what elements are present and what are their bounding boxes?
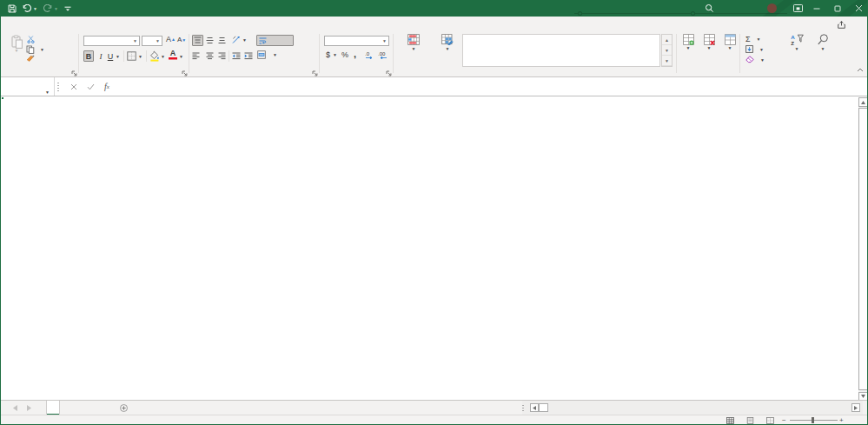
formula-bar-splitter[interactable]	[57, 82, 59, 92]
selection-fill-handle[interactable]	[1, 96, 4, 100]
increase-font-size-button[interactable]: A▲	[166, 35, 176, 43]
cancel-icon[interactable]	[67, 77, 81, 96]
conditional-formatting-button[interactable]: ▼	[395, 34, 432, 52]
font-dialog-launcher-icon[interactable]	[182, 70, 188, 76]
gallery-scroll-up-icon[interactable]: ▲	[662, 35, 672, 45]
top-align-button[interactable]	[192, 35, 203, 46]
horizontal-scrollbar[interactable]	[522, 401, 863, 415]
borders-button[interactable]	[127, 51, 136, 61]
align-center-button[interactable]	[206, 52, 214, 60]
new-sheet-icon[interactable]	[120, 404, 128, 412]
horizontal-scrollbar-splitter[interactable]	[522, 404, 524, 412]
autosum-button[interactable]: Σ ▼	[745, 35, 761, 43]
middle-align-button[interactable]	[206, 37, 214, 44]
orientation-button[interactable]	[232, 35, 242, 44]
fill-color-dropdown-icon[interactable]: ▼	[161, 54, 165, 59]
cut-button[interactable]	[27, 36, 37, 43]
previous-sheet-icon[interactable]	[8, 401, 22, 415]
zoom-in-icon[interactable]: +	[839, 415, 844, 425]
wrap-text-button[interactable]	[256, 35, 294, 46]
format-as-table-button[interactable]: ▼	[432, 34, 463, 52]
scroll-left-icon[interactable]	[530, 403, 539, 412]
number-dialog-launcher-icon[interactable]	[386, 70, 392, 76]
sheet-tab-issue-navigator[interactable]	[46, 401, 60, 415]
avatar[interactable]	[767, 3, 777, 13]
conditional-formatting-icon	[407, 34, 420, 45]
font-size-combo[interactable]: ▼	[142, 36, 162, 46]
horizontal-scrollbar-thumb[interactable]	[539, 403, 548, 412]
decrease-decimal-button[interactable]: .00	[378, 50, 388, 59]
vertical-scrollbar-thumb[interactable]	[858, 108, 868, 390]
decrease-indent-button[interactable]	[232, 52, 241, 60]
orientation-dropdown-icon[interactable]: ▼	[242, 37, 247, 43]
delete-cells-button[interactable]: ▼	[699, 34, 719, 50]
maximize-button[interactable]	[827, 0, 848, 17]
ribbon-group-separator	[146, 50, 147, 62]
font-name-combo[interactable]: ▼	[83, 36, 140, 46]
normal-view-icon[interactable]	[726, 417, 734, 424]
merge-center-button[interactable]: ▼	[257, 50, 277, 59]
collapse-ribbon-icon[interactable]	[857, 68, 864, 72]
sort-filter-button[interactable]: A Z ▼	[784, 34, 810, 52]
align-left-button[interactable]	[192, 52, 200, 60]
ribbon-group-separator	[393, 34, 394, 73]
worksheet-grid	[1, 96, 860, 400]
search-icon[interactable]	[701, 0, 718, 17]
font-color-button[interactable]: A	[169, 50, 177, 60]
insert-function-icon[interactable]: fx	[100, 77, 114, 96]
underline-dropdown-icon[interactable]: ▼	[116, 54, 120, 59]
scroll-up-icon[interactable]	[858, 97, 868, 107]
name-box[interactable]: ▼	[1, 77, 55, 96]
decrease-font-size-button[interactable]: A▼	[177, 36, 186, 43]
clear-button[interactable]: ▼	[745, 56, 765, 63]
ribbon-group-separator	[229, 50, 229, 62]
increase-indent-button[interactable]	[244, 52, 253, 60]
zoom-out-icon[interactable]: −	[782, 415, 786, 425]
enter-icon[interactable]	[83, 77, 97, 96]
paste-button[interactable]: ▼	[6, 34, 27, 53]
clipboard-dialog-launcher-icon[interactable]	[71, 70, 77, 76]
autosum-dropdown-icon: ▼	[757, 37, 761, 42]
font-color-dropdown-icon[interactable]: ▼	[179, 54, 183, 59]
number-format-combo[interactable]: ▼	[324, 36, 389, 46]
share-button[interactable]	[838, 18, 848, 31]
page-layout-view-icon[interactable]	[746, 417, 754, 424]
percent-style-button[interactable]: %	[341, 50, 348, 59]
copy-button[interactable]: ▼	[26, 45, 44, 54]
insert-cells-button[interactable]: ▼	[678, 34, 699, 50]
fill-color-button[interactable]	[149, 50, 160, 62]
fill-button[interactable]: ▼	[745, 45, 764, 53]
format-dropdown-icon: ▼	[719, 45, 740, 50]
status-bar: − +	[1, 415, 868, 425]
delete-dropdown-icon: ▼	[699, 45, 719, 50]
accounting-format-button[interactable]: $▼	[326, 50, 337, 59]
ribbon: ▼ ▼ ▼ ▼ A▲ A▼ B I U ▼	[1, 32, 868, 77]
close-button[interactable]	[848, 0, 868, 17]
ribbon-display-options-icon[interactable]	[789, 0, 806, 17]
format-cells-button[interactable]: ▼	[719, 34, 740, 50]
italic-button[interactable]: I	[96, 50, 105, 62]
alignment-dialog-launcher-icon[interactable]	[312, 70, 318, 76]
zoom-slider-thumb[interactable]	[812, 417, 814, 423]
find-select-button[interactable]: ▼	[810, 34, 836, 52]
gallery-scroll-down-icon[interactable]: ▼	[662, 45, 672, 56]
bottom-align-button[interactable]	[218, 37, 226, 44]
align-right-button[interactable]	[218, 52, 226, 60]
conditional-formatting-dropdown-icon: ▼	[412, 46, 416, 51]
next-sheet-icon[interactable]	[22, 401, 36, 415]
svg-text:.00: .00	[378, 51, 386, 56]
increase-decimal-button[interactable]: .0	[365, 50, 374, 59]
fill-dropdown-icon: ▼	[759, 47, 764, 52]
share-icon	[838, 21, 845, 29]
page-break-preview-icon[interactable]	[766, 417, 774, 424]
comma-style-button[interactable]: ,	[354, 49, 356, 59]
underline-button[interactable]: U	[106, 50, 115, 62]
merge-center-dropdown-icon: ▼	[273, 52, 277, 57]
gallery-more-icon[interactable]: ▼	[662, 56, 672, 66]
format-painter-button[interactable]	[26, 55, 36, 63]
minimize-button[interactable]	[806, 0, 827, 17]
bold-button[interactable]: B	[83, 50, 94, 62]
title-bar: ▼ ▼	[1, 0, 868, 17]
scroll-right-icon[interactable]	[851, 403, 860, 412]
borders-dropdown-icon[interactable]: ▼	[138, 54, 142, 59]
